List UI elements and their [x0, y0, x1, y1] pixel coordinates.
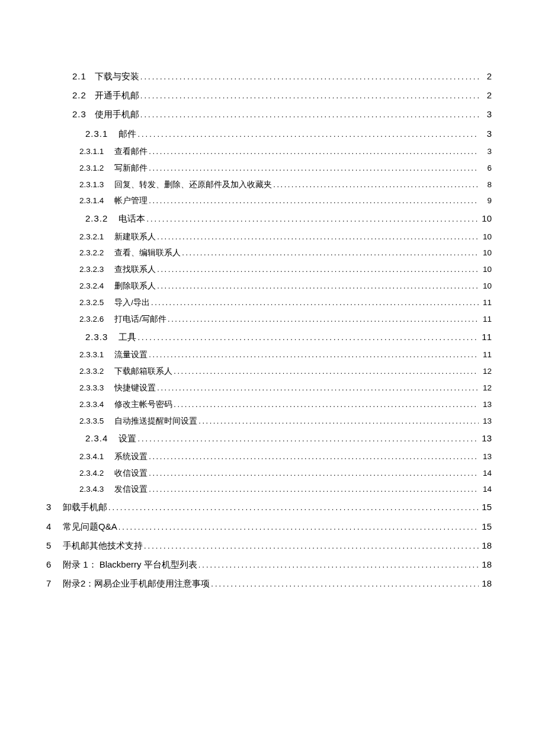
toc-section-number: 2.3.1: [85, 127, 108, 140]
toc-section-number: 2.3.2.3: [79, 264, 104, 276]
toc-entry[interactable]: 5手机邮其他技术支持18: [46, 539, 492, 552]
toc-section-title: 查看邮件: [114, 146, 148, 158]
toc-section-title: 电话本: [118, 212, 145, 225]
toc-section-title: 附录2：网易企业手机邮使用注意事项: [63, 577, 210, 590]
toc-leader-dots: [149, 350, 479, 360]
toc-entry[interactable]: 2.3.2.1新建联系人10: [46, 232, 492, 243]
toc-entry[interactable]: 2.3.1.3回复、转发、删除、还原邮件及加入收藏夹8: [46, 180, 492, 191]
toc-page-number: 11: [480, 297, 492, 309]
toc-section-number: 2.3.4.3: [79, 484, 104, 495]
toc-entry[interactable]: 2.3.2.5导入/导出 11: [46, 297, 492, 309]
toc-leader-dots: [174, 399, 479, 410]
toc-page-number: 3: [480, 127, 492, 140]
toc-leader-dots: [140, 110, 479, 120]
toc-entry[interactable]: 2.3.3.4修改主帐号密码13: [46, 399, 492, 411]
toc-page-number: 13: [480, 399, 492, 411]
toc-page-number: 18: [480, 577, 492, 590]
toc-entry[interactable]: 2.3.4设置13: [46, 432, 492, 444]
toc-entry[interactable]: 3卸载手机邮15: [46, 501, 492, 513]
toc-entry[interactable]: 2.3.3工具11: [46, 331, 492, 343]
toc-section-title: 常见问题Q&A: [63, 520, 117, 533]
toc-leader-dots: [144, 541, 479, 552]
toc-section-number: 2.3.4: [85, 432, 108, 444]
toc-entry[interactable]: 6附录 1： Blackberry 平台机型列表18: [46, 558, 492, 571]
toc-page-number: 14: [480, 468, 492, 479]
toc-entry[interactable]: 2.3.3.5自动推送提醒时间设置13: [46, 416, 492, 427]
toc-page-number: 13: [480, 416, 492, 427]
toc-page-number: 2: [480, 89, 492, 101]
toc-page-number: 14: [480, 484, 492, 495]
toc-section-title: 开通手机邮: [95, 89, 139, 101]
toc-section-number: 2.3.2.2: [79, 248, 104, 259]
toc-section-number: 2.3.4.1: [79, 451, 104, 463]
toc-leader-dots: [118, 522, 479, 533]
toc-leader-dots: [157, 383, 479, 393]
toc-entry[interactable]: 2.3.1.1查看邮件3: [46, 146, 492, 158]
toc-entry[interactable]: 2.2开通手机邮2: [46, 89, 492, 101]
toc-page-number: 10: [480, 248, 492, 259]
toc-page-number: 10: [480, 232, 492, 243]
toc-entry[interactable]: 2.3.2.3查找联系人10: [46, 264, 492, 276]
toc-section-number: 3: [46, 501, 57, 513]
toc-entry[interactable]: 2.3.2电话本10: [46, 212, 492, 225]
toc-leader-dots: [168, 314, 479, 325]
toc-page-number: 10: [480, 264, 492, 276]
toc-entry[interactable]: 2.3.1.4帐户管理 9: [46, 196, 492, 207]
toc-leader-dots: [149, 468, 479, 479]
toc-section-number: 7: [46, 577, 57, 590]
toc-leader-dots: [198, 416, 479, 427]
toc-section-title: 快捷键设置: [114, 383, 156, 394]
toc-entry[interactable]: 7附录2：网易企业手机邮使用注意事项18: [46, 577, 492, 590]
toc-section-title: 导入/导出: [114, 297, 150, 309]
toc-section-number: 2.2: [72, 89, 86, 101]
toc-entry[interactable]: 2.3.2.2查看、编辑联系人10: [46, 248, 492, 259]
toc-entry[interactable]: 2.1下载与安装2: [46, 70, 492, 82]
toc-entry[interactable]: 2.3.1.2写新邮件 6: [46, 163, 492, 174]
toc-page-number: 10: [480, 212, 492, 225]
toc-section-number: 2.3.3.2: [79, 366, 104, 377]
toc-section-title: 查找联系人: [114, 264, 156, 276]
toc-entry[interactable]: 4常见问题Q&A15: [46, 520, 492, 533]
toc-entry[interactable]: 2.3.4.1系统设置 13: [46, 451, 492, 463]
toc-section-title: 邮件: [118, 127, 136, 140]
toc-section-number: 2.3.2.1: [79, 232, 104, 243]
toc-section-title: 流量设置: [114, 350, 148, 361]
toc-entry[interactable]: 2.3使用手机邮 3: [46, 108, 492, 120]
toc-section-title: 删除联系人: [114, 281, 156, 292]
toc-list: 2.1下载与安装22.2开通手机邮22.3使用手机邮 32.3.1邮件32.3.…: [46, 70, 492, 590]
toc-leader-dots: [198, 560, 479, 571]
toc-section-title: 手机邮其他技术支持: [63, 539, 143, 552]
toc-section-number: 2.3.1.1: [79, 146, 104, 158]
toc-leader-dots: [157, 264, 479, 275]
toc-leader-dots: [149, 484, 479, 495]
toc-entry[interactable]: 2.3.3.2下载邮箱联系人12: [46, 366, 492, 377]
toc-section-title: 打电话/写邮件: [114, 314, 166, 325]
toc-entry[interactable]: 2.3.3.1流量设置11: [46, 350, 492, 361]
toc-page-number: 10: [480, 281, 492, 292]
toc-entry[interactable]: 2.3.2.6打电话/写邮件 11: [46, 314, 492, 325]
toc-entry[interactable]: 2.3.3.3快捷键设置12: [46, 383, 492, 394]
toc-leader-dots: [137, 332, 479, 343]
toc-section-title: 新建联系人: [114, 232, 156, 243]
toc-page-number: 13: [480, 451, 492, 463]
toc-page-number: 11: [480, 331, 492, 343]
toc-section-number: 2.3.1.2: [79, 163, 104, 174]
toc-section-number: 4: [46, 520, 57, 533]
toc-section-title: 附录 1： Blackberry 平台机型列表: [63, 558, 197, 571]
toc-section-number: 2.3.1.4: [79, 196, 104, 207]
toc-entry[interactable]: 2.3.4.3发信设置14: [46, 484, 492, 495]
toc-leader-dots: [273, 180, 479, 190]
toc-page-number: 3: [480, 108, 492, 120]
toc-page-number: 12: [480, 383, 492, 394]
toc-section-number: 6: [46, 558, 57, 571]
toc-leader-dots: [137, 129, 479, 140]
toc-leader-dots: [211, 579, 479, 590]
toc-entry[interactable]: 2.3.4.2收信设置14: [46, 468, 492, 479]
toc-section-number: 5: [46, 539, 57, 552]
toc-page-number: 11: [480, 350, 492, 361]
toc-leader-dots: [182, 248, 479, 258]
toc-entry[interactable]: 2.3.1邮件3: [46, 127, 492, 140]
toc-entry[interactable]: 2.3.2.4删除联系人 10: [46, 281, 492, 292]
toc-leader-dots: [137, 434, 479, 444]
toc-leader-dots: [174, 366, 479, 377]
